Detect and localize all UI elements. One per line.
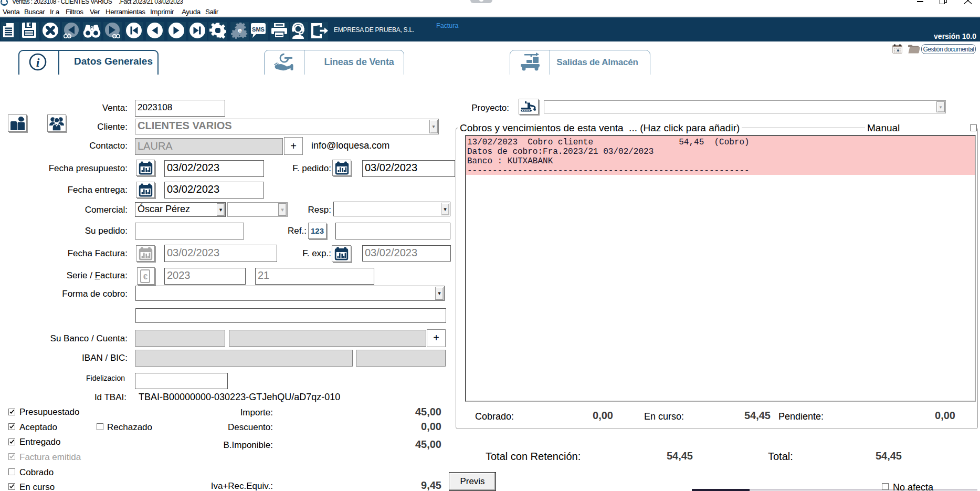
svg-text:€: € bbox=[143, 272, 148, 281]
svg-text:i: i bbox=[36, 56, 40, 69]
svg-text:SMS: SMS bbox=[252, 26, 265, 33]
